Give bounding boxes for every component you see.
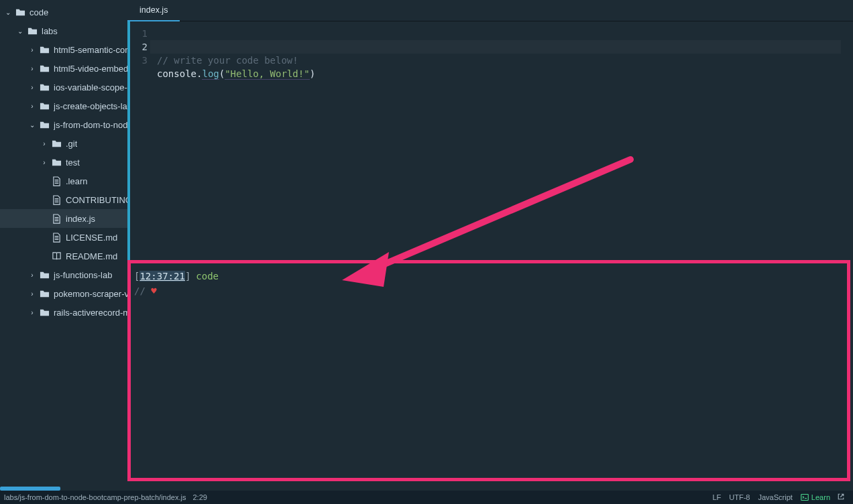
tree-item-label: js-from-dom-to-node — [54, 120, 127, 130]
line-number: 3 — [130, 54, 150, 67]
status-cursor-position[interactable]: 2:29 — [192, 493, 207, 501]
file-icon — [51, 232, 62, 243]
chevron-right-icon[interactable]: › — [42, 140, 47, 147]
terminal-prompt-line2: // ♥ — [134, 284, 846, 298]
line-gutter: 1 2 3 — [130, 21, 150, 260]
line-number: 2 — [130, 40, 150, 54]
tree-item-label: js-functions-lab — [54, 270, 112, 280]
tree-folder[interactable]: ›rails-activerecord-models — [0, 303, 127, 322]
status-learn-button[interactable]: Learn — [801, 493, 830, 501]
tree-file[interactable]: ›README.md — [0, 247, 127, 265]
tab-index-js[interactable]: index.js — [127, 0, 180, 21]
terminal[interactable]: [12:37:21]code // ♥ — [127, 260, 853, 491]
tree-item-label: rails-activerecord-models — [54, 308, 127, 318]
tree-file[interactable]: ›CONTRIBUTING.md — [0, 190, 127, 209]
tree-folder[interactable]: ⌄js-from-dom-to-node — [0, 115, 127, 134]
tree-item-label: index.js — [66, 214, 95, 224]
tree-folder[interactable]: ›test — [0, 153, 127, 172]
code-area[interactable]: // write your code below! console.log("H… — [150, 21, 853, 260]
tree-folder[interactable]: ›html5-video-embed-lab — [0, 59, 127, 78]
chevron-right-icon[interactable]: › — [30, 271, 35, 279]
chevron-right-icon[interactable]: › — [42, 159, 47, 166]
chevron-right-icon[interactable]: › — [30, 103, 35, 110]
minimap[interactable] — [841, 21, 853, 260]
folder-icon — [51, 157, 62, 168]
file-icon — [51, 176, 62, 186]
tree-folder[interactable]: ⌄labs — [0, 21, 127, 40]
code-string: "Hello, World!" — [225, 68, 309, 80]
folder-icon — [39, 307, 50, 318]
status-bar: labs/js-from-dom-to-node-bootcamp-prep-b… — [0, 491, 853, 504]
status-learn-label: Learn — [811, 493, 830, 501]
code-paren-close: ) — [310, 68, 315, 79]
tree-item-label: js-create-objects-lab — [54, 101, 127, 111]
folder-icon — [15, 7, 25, 17]
tree-folder[interactable]: ›ios-variable-scope-ios — [0, 78, 127, 97]
tree-item-label: README.md — [66, 251, 117, 261]
tree-item-label: ios-variable-scope-ios — [54, 82, 127, 92]
chevron-right-icon[interactable]: › — [30, 84, 35, 91]
main-split: ⌄code⌄labs›html5-semantic-containers›htm… — [0, 0, 853, 491]
terminal-bracket: ] — [185, 271, 190, 281]
tree-item-label: .learn — [66, 176, 88, 186]
svg-rect-2 — [801, 495, 809, 501]
file-tree-sidebar: ⌄code⌄labs›html5-semantic-containers›htm… — [0, 0, 127, 491]
code-editor[interactable]: 1 2 3 // write your code below! console.… — [127, 21, 853, 260]
status-language[interactable]: JavaScript — [758, 493, 793, 501]
folder-icon — [39, 82, 50, 92]
status-file-path[interactable]: labs/js-from-dom-to-node-bootcamp-prep-b… — [4, 493, 186, 501]
tree-item-label: CONTRIBUTING.md — [66, 195, 127, 205]
status-encoding[interactable]: UTF-8 — [729, 493, 750, 501]
book-icon — [51, 251, 62, 261]
tree-file[interactable]: ›.learn — [0, 172, 127, 190]
folder-icon — [39, 269, 50, 280]
status-external-link-button[interactable] — [837, 493, 845, 502]
folder-icon — [39, 119, 50, 130]
tree-folder[interactable]: ›html5-semantic-containers — [0, 40, 127, 59]
sidebar-scrollbar[interactable] — [0, 487, 127, 491]
status-eol[interactable]: LF — [712, 493, 721, 501]
line-number: 1 — [130, 27, 150, 40]
tree-folder[interactable]: ›js-create-objects-lab — [0, 97, 127, 115]
tree-item-label: html5-semantic-containers — [54, 45, 127, 55]
heart-icon: ♥ — [151, 286, 156, 296]
chevron-right-icon[interactable]: › — [30, 290, 35, 298]
folder-icon — [39, 44, 50, 55]
tree-folder[interactable]: ⌄code — [0, 3, 127, 21]
tree-item-label: pokemon-scraper-v-000 — [54, 289, 127, 299]
tab-bar: index.js — [127, 0, 853, 21]
chevron-down-icon[interactable]: ⌄ — [30, 121, 35, 129]
external-link-icon — [837, 493, 845, 501]
terminal-run-icon — [801, 493, 809, 501]
folder-icon — [27, 25, 38, 36]
code-comment: // write your code below! — [157, 55, 298, 66]
terminal-panel: [12:37:21]code // ♥ — [127, 260, 853, 491]
chevron-right-icon[interactable]: › — [30, 46, 35, 54]
tree-item-label: test — [66, 158, 80, 168]
code-paren-open: ( — [219, 68, 225, 79]
chevron-down-icon[interactable]: ⌄ — [17, 27, 23, 35]
tree-folder[interactable]: ›.git — [0, 134, 127, 153]
folder-icon — [39, 101, 50, 111]
code-ident: console — [157, 68, 196, 79]
terminal-prompt-line: [12:37:21]code — [134, 269, 846, 283]
tree-folder[interactable]: ›js-functions-lab — [0, 265, 127, 284]
chevron-right-icon[interactable]: › — [30, 65, 35, 72]
terminal-time: 12:37:21 — [139, 271, 184, 281]
tree-item-label: labs — [42, 26, 58, 36]
tree-item-label: LICENSE.md — [66, 233, 117, 243]
tree-item-label: .git — [66, 139, 77, 149]
tree-file[interactable]: ›LICENSE.md — [0, 228, 127, 247]
tree-item-label: code — [30, 7, 48, 17]
tree-file[interactable]: ›index.js — [0, 209, 127, 228]
code-func: log — [202, 68, 219, 80]
terminal-prefix: // — [134, 286, 151, 296]
chevron-right-icon[interactable]: › — [30, 309, 35, 316]
chevron-down-icon[interactable]: ⌄ — [5, 9, 11, 16]
file-icon — [51, 213, 62, 224]
sidebar-scrollbar-thumb[interactable] — [0, 487, 60, 491]
folder-icon — [39, 288, 50, 299]
tab-label: index.js — [139, 5, 168, 15]
tree-folder[interactable]: ›pokemon-scraper-v-000 — [0, 284, 127, 303]
file-tree[interactable]: ⌄code⌄labs›html5-semantic-containers›htm… — [0, 0, 127, 491]
